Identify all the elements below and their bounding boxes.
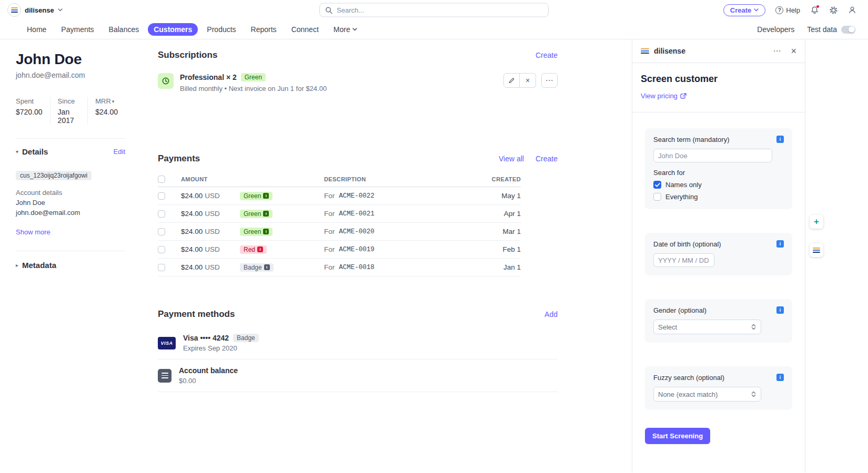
panel-title: Screen customer xyxy=(641,74,796,85)
subscription-more-button[interactable]: ⋯ xyxy=(541,73,558,88)
column-amount: AMOUNT xyxy=(181,176,240,182)
balance-value: $0.00 xyxy=(179,377,238,385)
cancel-subscription-button[interactable]: × xyxy=(520,73,536,88)
profile-button[interactable] xyxy=(848,6,856,14)
panel-body: Search term (mandatory) i Search for Nam… xyxy=(632,112,805,444)
select-all-checkbox[interactable] xyxy=(158,176,165,183)
customer-summary-column: John Doe john.doe@email.com Spent $720.0… xyxy=(16,51,125,270)
checkbox-unchecked-icon[interactable] xyxy=(653,193,661,201)
start-screening-button[interactable]: Start Screening xyxy=(645,428,710,444)
test-data-toggle[interactable] xyxy=(841,26,855,34)
create-subscription-link[interactable]: Create xyxy=(536,51,558,59)
expand-caret-icon[interactable]: ▸ xyxy=(16,262,18,268)
create-payment-link[interactable]: Create xyxy=(536,155,558,163)
info-icon[interactable]: i xyxy=(776,374,784,381)
panel-more-button[interactable]: ⋯ xyxy=(773,46,781,56)
main-nav: Home Payments Balances Customers Product… xyxy=(0,20,868,39)
question-circle-icon: ? xyxy=(775,6,783,14)
payment-row[interactable]: $24.00USD Greeni ForACME-0021 Apr 1 xyxy=(158,205,521,223)
help-button[interactable]: ? Help xyxy=(775,6,800,14)
select-stepper-icon xyxy=(751,324,756,330)
badge-info-icon: i xyxy=(264,264,270,270)
collapse-caret-icon[interactable]: ▾ xyxy=(16,149,18,155)
nav-item-connect[interactable]: Connect xyxy=(286,23,325,36)
subscriptions-section: Subscriptions Create Professional × 2 Gr… xyxy=(158,50,558,92)
info-icon[interactable]: i xyxy=(776,306,784,314)
top-bar: dilisense Create ? Help xyxy=(0,0,868,20)
edit-subscription-button[interactable] xyxy=(503,73,520,88)
toggle-knob xyxy=(849,26,855,33)
search-input[interactable] xyxy=(337,6,543,14)
info-icon[interactable]: i xyxy=(776,240,784,248)
notifications-button[interactable] xyxy=(810,6,819,15)
row-checkbox[interactable] xyxy=(158,228,165,235)
card-badge: Badge xyxy=(233,334,259,342)
payment-row[interactable]: $24.00USD Greeni ForACME-0020 Mar 1 xyxy=(158,223,521,241)
payments-title: Payments xyxy=(158,153,200,164)
page-title: John Doe xyxy=(16,51,125,68)
stat-spent: Spent $720.00 xyxy=(16,97,50,125)
global-search[interactable] xyxy=(319,3,549,17)
card-label: Visa •••• 4242 xyxy=(183,334,229,342)
show-more-link[interactable]: Show more xyxy=(16,228,125,236)
add-payment-method-link[interactable]: Add xyxy=(544,310,558,318)
panel-close-button[interactable]: × xyxy=(791,46,796,56)
subscription-status-badge: Green xyxy=(241,73,266,81)
payment-row[interactable]: $24.00USD Badgei ForACME-0018 Jan 1 xyxy=(158,259,521,276)
recurring-clock-icon xyxy=(158,73,174,89)
nav-item-home[interactable]: Home xyxy=(21,23,52,36)
nav-item-reports[interactable]: Reports xyxy=(245,23,282,36)
nav-item-balances[interactable]: Balances xyxy=(103,23,145,36)
stat-mrr[interactable]: MRR ▾ $24.00 xyxy=(87,97,125,125)
test-data-label: Test data xyxy=(807,25,837,34)
edit-details-link[interactable]: Edit xyxy=(114,148,125,156)
person-icon xyxy=(848,6,856,14)
card-payment-method-row[interactable]: VISA Visa •••• 4242 Badge Expires Sep 20… xyxy=(158,327,558,359)
row-checkbox[interactable] xyxy=(158,246,165,253)
customer-id-badge[interactable]: cus_123oijq23roijafgowi xyxy=(16,171,92,180)
nav-item-customers[interactable]: Customers xyxy=(148,23,198,36)
gender-select[interactable]: Select xyxy=(653,320,761,334)
search-term-input[interactable] xyxy=(653,149,772,162)
dob-input[interactable] xyxy=(653,253,714,267)
subscription-item[interactable]: Professional × 2 Green Billed monthly • … xyxy=(158,73,558,92)
gender-label: Gender (optional) xyxy=(653,306,706,314)
subscription-detail: Billed monthly • Next invoice on Jun 1 f… xyxy=(180,85,327,92)
account-balance-row[interactable]: Account balance $0.00 xyxy=(158,359,558,392)
chevron-down-icon xyxy=(352,28,357,31)
view-all-payments-link[interactable]: View all xyxy=(499,155,524,163)
panel-title-block: Screen customer View pricing xyxy=(632,63,805,112)
info-icon[interactable]: i xyxy=(776,136,784,143)
payment-row[interactable]: $24.00USD Redi ForACME-0019 Feb 1 xyxy=(158,241,521,259)
fuzzy-search-select[interactable]: None (exact match) xyxy=(653,387,761,402)
customer-main-column: Subscriptions Create Professional × 2 Gr… xyxy=(158,50,558,392)
status-badge: Greeni xyxy=(240,210,272,218)
view-pricing-link[interactable]: View pricing xyxy=(641,92,687,100)
row-checkbox[interactable] xyxy=(158,192,165,200)
settings-button[interactable] xyxy=(829,6,838,15)
checkbox-checked-icon[interactable] xyxy=(653,181,661,189)
row-checkbox[interactable] xyxy=(158,210,165,218)
nav-item-more[interactable]: More xyxy=(328,23,363,36)
names-only-option[interactable]: Names only xyxy=(653,181,784,189)
row-checkbox[interactable] xyxy=(158,264,165,271)
nav-item-products[interactable]: Products xyxy=(201,23,241,36)
dob-card: Date of birth (optional) i xyxy=(645,233,792,275)
metadata-title: Metadata xyxy=(22,261,56,270)
dilisense-edge-button[interactable] xyxy=(810,243,823,257)
everything-option[interactable]: Everything xyxy=(653,193,784,201)
customer-detail-page: John Doe john.doe@email.com Spent $720.0… xyxy=(0,39,632,472)
select-stepper-icon xyxy=(751,391,756,397)
add-app-edge-button[interactable]: + xyxy=(810,215,823,229)
payment-row[interactable]: $24.00USD Greeni ForACME-0022 May 1 xyxy=(158,187,521,205)
create-button[interactable]: Create xyxy=(723,4,765,16)
nav-item-payments[interactable]: Payments xyxy=(55,23,99,36)
developers-link[interactable]: Developers xyxy=(757,25,794,34)
chevron-down-icon xyxy=(754,8,759,12)
pencil-icon xyxy=(508,77,515,84)
org-switcher[interactable]: dilisense xyxy=(7,3,63,17)
chevron-down-icon xyxy=(58,8,63,12)
dilisense-logo-icon xyxy=(11,7,18,13)
search-term-card: Search term (mandatory) i Search for Nam… xyxy=(645,128,792,209)
visa-card-icon: VISA xyxy=(158,337,176,349)
